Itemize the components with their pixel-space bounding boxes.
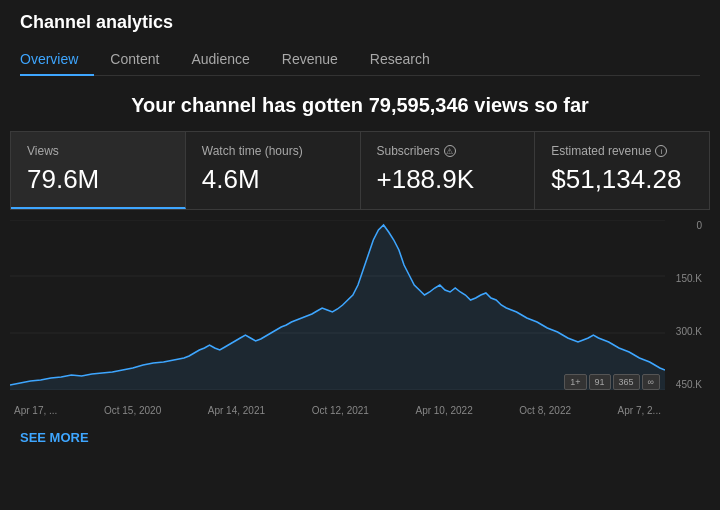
tab-overview[interactable]: Overview — [20, 43, 94, 75]
stat-value-watchtime: 4.6M — [202, 164, 344, 195]
x-label-3: Oct 12, 2021 — [312, 405, 369, 416]
stat-value-subscribers: +188.9K — [377, 164, 519, 195]
page-header: Channel analytics Overview Content Audie… — [0, 0, 720, 76]
stat-label-watchtime: Watch time (hours) — [202, 144, 344, 158]
y-label-3: 0 — [676, 220, 702, 231]
subscribers-info-icon: ⚠ — [444, 145, 456, 157]
zoom-controls: 1+ 91 365 ∞ — [564, 374, 660, 390]
zoom-btn-1[interactable]: 1+ — [564, 374, 586, 390]
chart-svg — [10, 220, 665, 390]
page-title: Channel analytics — [20, 12, 700, 33]
chart-area: 450.K 300.K 150.K 0 1+ 91 365 ∞ — [10, 220, 710, 420]
chart-svg-wrapper — [10, 220, 665, 390]
stat-value-revenue: $51,134.28 — [551, 164, 693, 195]
y-label-0: 450.K — [676, 379, 702, 390]
tab-audience[interactable]: Audience — [175, 43, 265, 75]
stat-label-subscribers: Subscribers ⚠ — [377, 144, 519, 158]
x-label-4: Apr 10, 2022 — [415, 405, 472, 416]
zoom-btn-365[interactable]: 365 — [613, 374, 640, 390]
stat-label-views: Views — [27, 144, 169, 158]
stat-card-revenue[interactable]: Estimated revenue i $51,134.28 — [535, 132, 709, 209]
stat-label-revenue: Estimated revenue i — [551, 144, 693, 158]
stat-card-watchtime[interactable]: Watch time (hours) 4.6M — [186, 132, 361, 209]
revenue-info-icon: i — [655, 145, 667, 157]
zoom-btn-91[interactable]: 91 — [589, 374, 611, 390]
zoom-btn-all[interactable]: ∞ — [642, 374, 660, 390]
chart-container: 450.K 300.K 150.K 0 1+ 91 365 ∞ — [10, 220, 710, 420]
tab-content[interactable]: Content — [94, 43, 175, 75]
stat-value-views: 79.6M — [27, 164, 169, 195]
y-label-1: 300.K — [676, 326, 702, 337]
x-label-1: Oct 15, 2020 — [104, 405, 161, 416]
stats-row: Views 79.6M Watch time (hours) 4.6M Subs… — [10, 131, 710, 210]
stat-card-views[interactable]: Views 79.6M — [11, 132, 186, 209]
tab-revenue[interactable]: Revenue — [266, 43, 354, 75]
x-axis: Apr 17, ... Oct 15, 2020 Apr 14, 2021 Oc… — [10, 405, 665, 416]
y-axis: 450.K 300.K 150.K 0 — [676, 220, 702, 390]
y-label-2: 150.K — [676, 273, 702, 284]
x-label-5: Oct 8, 2022 — [519, 405, 571, 416]
x-label-6: Apr 7, 2... — [618, 405, 661, 416]
x-label-2: Apr 14, 2021 — [208, 405, 265, 416]
stat-card-subscribers[interactable]: Subscribers ⚠ +188.9K — [361, 132, 536, 209]
tab-research[interactable]: Research — [354, 43, 446, 75]
tabs-nav: Overview Content Audience Revenue Resear… — [20, 43, 700, 76]
see-more-link[interactable]: SEE MORE — [0, 420, 720, 455]
x-label-0: Apr 17, ... — [14, 405, 57, 416]
headline-text: Your channel has gotten 79,595,346 views… — [0, 76, 720, 131]
